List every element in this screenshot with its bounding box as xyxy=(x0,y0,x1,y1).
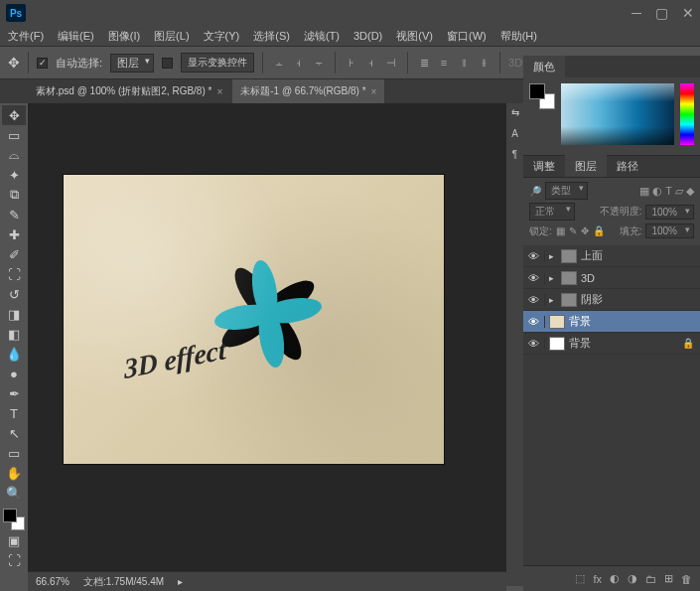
visibility-icon[interactable]: 👁 xyxy=(523,338,545,350)
gradient-tool[interactable]: ◧ xyxy=(2,324,26,344)
menu-image[interactable]: 图像(I) xyxy=(108,29,140,44)
paths-tab[interactable]: 路径 xyxy=(607,155,648,178)
heal-tool[interactable]: ✚ xyxy=(2,224,26,244)
rail-icon[interactable]: ⇆ xyxy=(511,107,519,118)
dodge-tool[interactable]: ● xyxy=(2,364,26,383)
align-hcenter-icon[interactable]: ⫞ xyxy=(363,55,379,71)
fill-input[interactable]: 100% xyxy=(645,223,694,238)
color-tab[interactable]: 颜色 xyxy=(523,56,565,78)
align-top-icon[interactable]: ⫠ xyxy=(271,55,287,71)
visibility-icon[interactable]: 👁 xyxy=(523,294,545,306)
menu-edit[interactable]: 编辑(E) xyxy=(58,29,94,44)
dist-2-icon[interactable]: ≡ xyxy=(436,55,452,71)
brush-tool[interactable]: ✐ xyxy=(2,244,26,264)
lasso-tool[interactable]: ⌓ xyxy=(2,145,26,165)
blend-mode-dropdown[interactable]: 正常 xyxy=(529,203,575,221)
document-canvas[interactable]: 3D effect xyxy=(64,175,444,464)
zoom-tool[interactable]: 🔍 xyxy=(2,483,26,503)
screenmode-tool[interactable]: ⛶ xyxy=(2,550,26,570)
lock-all-icon[interactable]: 🔒 xyxy=(593,225,605,236)
panel-fg-color[interactable] xyxy=(529,83,545,99)
menu-type[interactable]: 文字(Y) xyxy=(204,29,240,44)
adjust-tab[interactable]: 调整 xyxy=(523,155,565,178)
filter-type-icon[interactable]: T xyxy=(665,185,672,198)
foreground-color[interactable] xyxy=(3,509,17,522)
auto-select-checkbox[interactable]: ✓ xyxy=(37,58,48,69)
menu-filter[interactable]: 滤镜(T) xyxy=(304,29,340,44)
status-arrow-icon[interactable]: ▸ xyxy=(178,576,183,587)
eraser-tool[interactable]: ◨ xyxy=(2,304,26,324)
panel-fgbg[interactable] xyxy=(529,83,555,109)
expand-icon[interactable]: ▸ xyxy=(545,295,557,305)
stamp-tool[interactable]: ⛶ xyxy=(2,264,26,284)
lock-trans-icon[interactable]: ▦ xyxy=(556,225,565,236)
fx-icon[interactable]: fx xyxy=(593,573,602,585)
eyedropper-tool[interactable]: ✎ xyxy=(2,205,26,224)
mask-icon[interactable]: ◐ xyxy=(610,572,620,585)
new-layer-icon[interactable]: ⊞ xyxy=(664,572,673,585)
layer-row[interactable]: 👁 ▸ 3D xyxy=(523,267,700,289)
menu-layer[interactable]: 图层(L) xyxy=(154,29,189,44)
align-right-icon[interactable]: ⊣ xyxy=(383,55,399,71)
rail-icon[interactable]: ¶ xyxy=(512,149,517,160)
close-icon[interactable]: × xyxy=(371,86,377,97)
fg-bg-color[interactable] xyxy=(3,509,25,530)
new-adjust-icon[interactable]: ◑ xyxy=(628,572,637,585)
rail-icon[interactable]: A xyxy=(511,128,518,139)
expand-icon[interactable]: ▸ xyxy=(545,273,557,283)
wand-tool[interactable]: ✦ xyxy=(2,165,26,185)
canvas-area[interactable]: 3D effect xyxy=(28,103,506,571)
type-tool[interactable]: T xyxy=(2,403,26,423)
align-bottom-icon[interactable]: ⫟ xyxy=(311,55,327,71)
dist-3-icon[interactable]: ⫴ xyxy=(456,55,472,71)
minimize-button[interactable]: ─ xyxy=(631,5,641,21)
filter-type-dropdown[interactable]: 类型 xyxy=(545,182,588,200)
align-vcenter-icon[interactable]: ⫞ xyxy=(291,55,307,71)
lock-pos-icon[interactable]: ✥ xyxy=(581,225,589,236)
hue-slider[interactable] xyxy=(680,83,694,145)
layer-row[interactable]: 👁 背景 xyxy=(523,311,700,333)
menu-window[interactable]: 窗口(W) xyxy=(447,29,487,44)
dist-1-icon[interactable]: ≣ xyxy=(416,55,432,71)
marquee-tool[interactable]: ▭ xyxy=(2,125,26,145)
filter-icon[interactable]: 🔎 xyxy=(529,186,541,197)
visibility-icon[interactable]: 👁 xyxy=(523,316,545,328)
align-left-icon[interactable]: ⊦ xyxy=(344,55,359,71)
quickmask-tool[interactable]: ▣ xyxy=(2,530,26,550)
delete-layer-icon[interactable]: 🗑 xyxy=(681,573,692,585)
show-controls-checkbox[interactable] xyxy=(162,58,173,69)
filter-smart-icon[interactable]: ◆ xyxy=(686,185,694,198)
visibility-icon[interactable]: 👁 xyxy=(523,250,545,262)
blur-tool[interactable]: 💧 xyxy=(2,344,26,364)
menu-3d[interactable]: 3D(D) xyxy=(353,30,382,42)
hand-tool[interactable]: ✋ xyxy=(2,463,26,483)
filter-adjust-icon[interactable]: ◐ xyxy=(652,185,662,198)
link-layers-icon[interactable]: ⬚ xyxy=(575,572,585,585)
crop-tool[interactable]: ⧉ xyxy=(2,185,26,205)
filter-pixel-icon[interactable]: ▦ xyxy=(639,185,649,198)
layer-row[interactable]: 👁 ▸ 上面 xyxy=(523,245,700,267)
menu-file[interactable]: 文件(F) xyxy=(8,29,44,44)
color-spectrum[interactable] xyxy=(561,83,674,145)
pen-tool[interactable]: ✒ xyxy=(2,383,26,403)
menu-select[interactable]: 选择(S) xyxy=(253,29,290,44)
zoom-level[interactable]: 66.67% xyxy=(36,576,70,587)
close-button[interactable]: ✕ xyxy=(682,5,694,21)
auto-select-dropdown[interactable]: 图层 xyxy=(110,54,154,73)
doc-tab-2[interactable]: 未标题-1 @ 66.7%(RGB/8) * × xyxy=(232,79,384,103)
menu-view[interactable]: 视图(V) xyxy=(396,29,433,44)
layer-row[interactable]: 👁 ▸ 阴影 xyxy=(523,289,700,311)
shape-tool[interactable]: ▭ xyxy=(2,443,26,463)
layer-row[interactable]: 👁 背景 🔒 xyxy=(523,333,700,355)
menu-help[interactable]: 帮助(H) xyxy=(500,29,537,44)
layers-tab[interactable]: 图层 xyxy=(565,155,607,178)
doc-tab-1[interactable]: 素材.psd @ 100% (折射贴图2, RGB/8) * × xyxy=(28,79,230,103)
move-tool[interactable]: ✥ xyxy=(2,105,26,125)
dist-4-icon[interactable]: ⫵ xyxy=(476,55,491,71)
expand-icon[interactable]: ▸ xyxy=(545,251,557,261)
visibility-icon[interactable]: 👁 xyxy=(523,272,545,284)
doc-size[interactable]: 文档:1.75M/45.4M xyxy=(83,575,164,589)
path-tool[interactable]: ↖ xyxy=(2,423,26,443)
new-group-icon[interactable]: 🗀 xyxy=(645,573,656,585)
lock-paint-icon[interactable]: ✎ xyxy=(569,225,577,236)
